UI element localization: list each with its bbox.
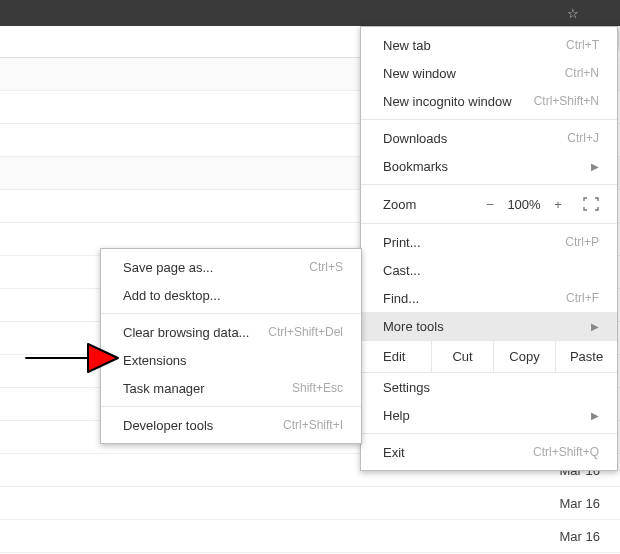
zoom-in-button[interactable]: + <box>545 197 571 212</box>
list-row[interactable]: Mar 16 <box>0 520 620 553</box>
menu-find[interactable]: Find...Ctrl+F <box>361 284 617 312</box>
fullscreen-icon[interactable] <box>579 195 603 213</box>
menu-new-incognito[interactable]: New incognito windowCtrl+Shift+N <box>361 87 617 115</box>
chevron-right-icon: ▶ <box>591 410 599 421</box>
menu-print[interactable]: Print...Ctrl+P <box>361 228 617 256</box>
tab-strip <box>0 26 360 58</box>
zoom-out-button[interactable]: − <box>477 197 503 212</box>
menu-settings[interactable]: Settings <box>361 373 617 401</box>
menu-edit-row: Edit Cut Copy Paste <box>361 340 617 373</box>
submenu-task-manager[interactable]: Task managerShift+Esc <box>101 374 361 402</box>
browser-toolbar: ☆ ⋮ <box>0 0 620 26</box>
separator <box>361 223 617 224</box>
submenu-add-desktop[interactable]: Add to desktop... <box>101 281 361 309</box>
menu-downloads[interactable]: DownloadsCtrl+J <box>361 124 617 152</box>
chevron-right-icon: ▶ <box>591 161 599 172</box>
separator <box>361 433 617 434</box>
separator <box>361 119 617 120</box>
more-tools-submenu: Save page as...Ctrl+S Add to desktop... … <box>100 248 362 444</box>
menu-bookmarks[interactable]: Bookmarks▶ <box>361 152 617 180</box>
cut-button[interactable]: Cut <box>431 341 493 372</box>
menu-exit[interactable]: ExitCtrl+Shift+Q <box>361 438 617 466</box>
submenu-save-page[interactable]: Save page as...Ctrl+S <box>101 253 361 281</box>
menu-new-window[interactable]: New windowCtrl+N <box>361 59 617 87</box>
edit-label: Edit <box>361 341 431 372</box>
separator <box>101 313 361 314</box>
zoom-value: 100% <box>503 197 545 212</box>
menu-new-tab[interactable]: New tabCtrl+T <box>361 31 617 59</box>
menu-help[interactable]: Help▶ <box>361 401 617 429</box>
list-row[interactable]: Mar 16 <box>0 487 620 520</box>
chevron-right-icon: ▶ <box>591 321 599 332</box>
copy-button[interactable]: Copy <box>493 341 555 372</box>
separator <box>361 184 617 185</box>
submenu-extensions[interactable]: Extensions <box>101 346 361 374</box>
star-icon[interactable]: ☆ <box>560 2 586 24</box>
menu-zoom: Zoom − 100% + <box>361 189 617 219</box>
menu-more-tools[interactable]: More tools▶ <box>361 312 617 340</box>
separator <box>101 406 361 407</box>
zoom-label: Zoom <box>383 197 477 212</box>
submenu-developer-tools[interactable]: Developer toolsCtrl+Shift+I <box>101 411 361 439</box>
submenu-clear-data[interactable]: Clear browsing data...Ctrl+Shift+Del <box>101 318 361 346</box>
menu-cast[interactable]: Cast... <box>361 256 617 284</box>
chrome-menu: New tabCtrl+T New windowCtrl+N New incog… <box>360 26 618 471</box>
paste-button[interactable]: Paste <box>555 341 617 372</box>
extension-icon[interactable] <box>590 2 616 24</box>
